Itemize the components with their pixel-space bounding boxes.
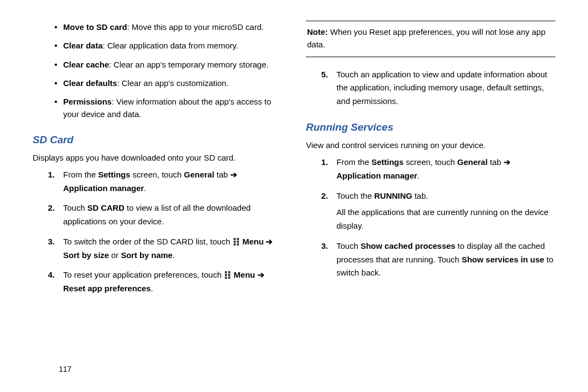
step-item: 3. To switch the order of the SD CARD li… [63,235,282,262]
svg-rect-10 [225,277,227,279]
note-body: When you Reset app preferences, you will… [307,27,546,49]
svg-rect-2 [234,241,236,243]
bullet-list: Move to SD card: Move this app to your m… [33,21,282,121]
menu-icon [234,238,239,246]
step-number: 5. [321,68,328,82]
svg-rect-11 [228,277,230,279]
step-bold: Sort by size [63,250,109,260]
svg-rect-7 [228,271,230,273]
step-bold: Sort by name [121,250,173,260]
step-item: 1. From the Settings screen, touch Gener… [336,156,555,183]
step-bold: Settings [371,157,403,167]
right-column: Note: When you Reset app preferences, yo… [306,21,555,302]
bullet-bold: Move to SD card [63,22,127,32]
step-text: . [151,284,153,293]
svg-rect-8 [225,274,227,276]
step-text: tab [215,170,230,179]
bullet-item: Clear defaults: Clear an app's customiza… [63,77,282,89]
menu-icon [225,271,230,279]
step-bold: Menu [240,237,264,246]
arrow-icon: ➔ [264,237,273,246]
numbered-list: 1. From the Settings screen, touch Gener… [306,156,555,280]
bullet-bold: Clear cache [63,60,109,69]
bullet-bold: Clear defaults [63,78,117,88]
svg-rect-9 [228,274,230,276]
step-bold: Show cached processes [360,241,455,250]
step-item: 5. Touch an application to view and upda… [336,68,555,108]
step-text: screen, touch [403,157,457,167]
note-label: Note: [307,27,328,36]
step-text: Touch the [336,191,374,200]
step-text: tab [488,157,504,167]
section-heading-sd-card: SD Card [33,134,282,146]
step-number: 1. [321,156,328,169]
step-bold: General [457,157,488,167]
section-intro: Displays apps you have downloaded onto y… [33,151,282,164]
numbered-list: 5. Touch an application to view and upda… [306,68,555,108]
step-bold: Application manager [336,171,417,180]
step-text: . [417,171,419,180]
section-intro: View and control services running on you… [306,139,555,151]
step-bold: Show services in use [462,255,544,264]
arrow-icon: ➔ [230,170,237,179]
step-text: Touch [336,241,360,250]
step-item: 3. Touch Show cached processes to displa… [336,240,555,280]
svg-rect-1 [237,238,239,240]
step-bold: Reset app preferences [63,284,151,293]
step-item: 2. Touch the RUNNING tab. All the applic… [336,189,555,233]
step-text: tab. [412,191,428,200]
step-text: or [109,250,121,260]
section-heading-running-services: Running Services [306,121,555,133]
step-bold: RUNNING [374,191,412,200]
step-text: screen, touch [130,170,183,179]
svg-rect-3 [237,241,239,243]
step-text: Touch [63,203,87,212]
step-text: All the applications that are currently … [336,207,548,230]
svg-rect-4 [234,243,236,246]
step-text: To switch the order of the SD CARD list,… [63,237,232,246]
step-text: . [144,183,146,193]
note-divider-top [306,21,555,21]
step-number: 1. [48,168,55,182]
note-block: Note: When you Reset app preferences, yo… [306,26,555,51]
bullet-item: Clear data: Clear application data from … [63,39,282,52]
step-bold: Menu [231,270,255,279]
step-number: 2. [48,201,55,215]
step-text: . [173,250,175,260]
bullet-text: : Clear application data from memory. [103,41,238,50]
svg-rect-6 [225,271,227,273]
numbered-list: 1. From the Settings screen, touch Gener… [33,168,282,296]
left-column: Move to SD card: Move this app to your m… [33,21,282,302]
bullet-bold: Clear data [63,41,103,50]
step-text: From the [336,157,371,167]
step-number: 2. [321,189,328,203]
bullet-text: : Move this app to your microSD card. [127,22,264,32]
note-divider-bottom [306,57,555,57]
bullet-text: : Clear an app's customization. [117,78,229,88]
bullet-item: Permissions: View information about the … [63,95,282,121]
bullet-bold: Permissions [63,97,112,106]
step-item: 4. To reset your application preferences… [63,268,282,296]
arrow-icon: ➔ [255,270,265,279]
bullet-item: Clear cache: Clear an app's temporary me… [63,58,282,71]
step-item: 1. From the Settings screen, touch Gener… [63,168,282,195]
step-bold: SD CARD [87,203,124,212]
bullet-item: Move to SD card: Move this app to your m… [63,21,282,33]
step-number: 3. [48,235,55,249]
step-bold: Settings [98,170,130,179]
step-item: 2. Touch SD CARD to view a list of all t… [63,201,282,229]
step-text: To reset your application preferences, t… [63,270,224,279]
svg-rect-5 [237,243,239,246]
step-number: 3. [321,240,328,253]
step-text: From the [63,170,98,179]
step-number: 4. [48,268,55,282]
bullet-text: : Clear an app's temporary memory storag… [109,60,268,69]
step-bold: General [184,170,215,179]
page-number: 117 [59,365,71,373]
step-bold: Application manager [63,183,144,193]
arrow-icon: ➔ [504,157,511,167]
svg-rect-0 [234,238,236,240]
step-text: Touch an application to view and update … [336,70,547,106]
